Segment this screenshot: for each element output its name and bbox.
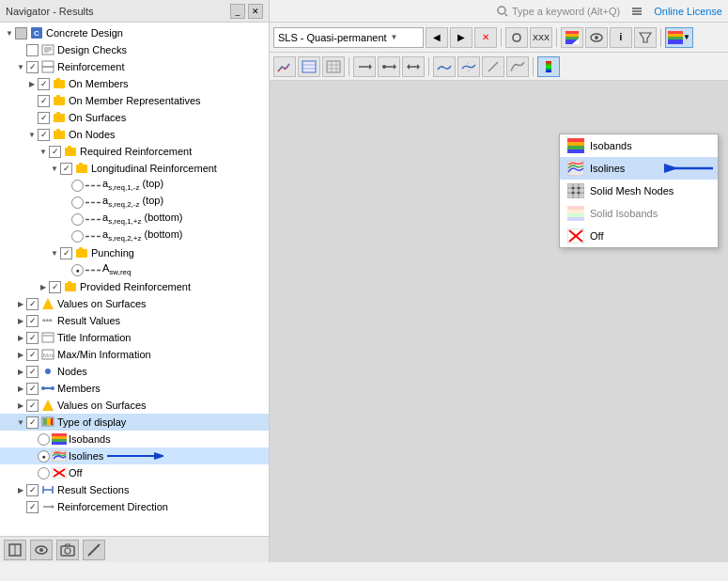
- check-provided-reinf[interactable]: [49, 281, 61, 293]
- tree-item-asw-req[interactable]: Asw,req: [0, 261, 269, 278]
- view-btn[interactable]: [4, 540, 26, 560]
- line-btn[interactable]: [83, 540, 105, 560]
- chain-btn[interactable]: [505, 27, 528, 48]
- tree-item-members[interactable]: Members: [0, 380, 269, 397]
- eye-btn[interactable]: [30, 540, 53, 560]
- filter-btn[interactable]: [634, 27, 657, 48]
- radio-as-req-1-bot[interactable]: [71, 213, 84, 226]
- tree-item-result-sections[interactable]: Result Sections: [0, 481, 269, 498]
- tree-item-concrete-design[interactable]: C Concrete Design: [0, 24, 269, 41]
- check-concrete-design[interactable]: [15, 27, 27, 39]
- check-type-of-display[interactable]: [26, 416, 39, 429]
- check-on-member-reps[interactable]: [38, 95, 50, 107]
- radio-isolines[interactable]: [38, 450, 50, 463]
- iso-btn2[interactable]: [457, 56, 480, 77]
- popup-item-solid-mesh[interactable]: Solid Mesh Nodes: [560, 180, 718, 202]
- arrow-btn1[interactable]: [353, 56, 376, 77]
- check-result-values[interactable]: [26, 315, 39, 327]
- settings-icon[interactable]: [631, 6, 643, 17]
- tree-item-on-surfaces[interactable]: On Surfaces: [0, 109, 269, 126]
- tree-item-longitudinal[interactable]: Longitudinal Reinforcement: [0, 160, 269, 177]
- tree-item-as-req-2-top[interactable]: as,req,2,-z (top): [0, 194, 269, 211]
- check-required-reinf[interactable]: [49, 146, 61, 158]
- online-license-label[interactable]: Online License: [654, 6, 722, 17]
- expand-on-nodes[interactable]: [26, 129, 38, 140]
- radio-as-req-2-bot[interactable]: [71, 230, 84, 243]
- expand-values-surfaces-1[interactable]: [15, 298, 26, 309]
- check-design-checks[interactable]: [26, 44, 39, 56]
- tree-item-nodes[interactable]: Nodes: [0, 363, 269, 380]
- tree-item-required-reinf[interactable]: Required Reinforcement: [0, 143, 269, 160]
- surface-btn[interactable]: [298, 56, 320, 77]
- minimize-btn[interactable]: _: [230, 4, 245, 19]
- check-reinf-direction[interactable]: [26, 501, 39, 513]
- check-longitudinal[interactable]: [60, 163, 72, 175]
- tree-item-as-req-1-top[interactable]: as,req,1,-z (top): [0, 177, 269, 194]
- deform-btn[interactable]: [506, 56, 529, 77]
- popup-item-isobands[interactable]: Isobands: [560, 134, 718, 157]
- tree-item-on-members[interactable]: On Members: [0, 75, 269, 92]
- tree-item-on-nodes[interactable]: On Nodes: [0, 126, 269, 143]
- radio-as-req-2-top[interactable]: [71, 196, 84, 209]
- popup-item-solid-isobands[interactable]: Solid Isobands: [560, 202, 718, 225]
- iso-btn1[interactable]: [433, 56, 456, 77]
- info-btn[interactable]: i: [610, 27, 632, 48]
- iso-btn3[interactable]: [482, 56, 504, 77]
- check-nodes[interactable]: [26, 366, 39, 378]
- expand-punching[interactable]: [49, 247, 60, 259]
- radio-off[interactable]: [38, 467, 50, 479]
- chart-btn[interactable]: [273, 56, 296, 77]
- expand-maxmin-info[interactable]: [15, 349, 26, 360]
- check-maxmin-info[interactable]: [26, 349, 39, 361]
- expand-values-surfaces-2[interactable]: [15, 400, 26, 411]
- arrow-btn3[interactable]: [402, 56, 425, 77]
- check-values-surfaces-1[interactable]: [26, 298, 39, 310]
- tree-item-reinf-direction[interactable]: Reinforcement Direction: [0, 498, 269, 515]
- camera-btn[interactable]: [56, 540, 79, 560]
- nav-prev-btn[interactable]: ◀: [426, 27, 448, 48]
- expand-required-reinf[interactable]: [38, 146, 49, 157]
- expand-result-sections[interactable]: [15, 484, 26, 495]
- tree-item-type-of-display[interactable]: Type of display: [0, 414, 269, 431]
- arrow-btn2[interactable]: [378, 56, 400, 77]
- check-on-surfaces[interactable]: [38, 112, 50, 124]
- check-on-nodes[interactable]: [38, 129, 50, 141]
- tree-item-maxmin-info[interactable]: M/m Max/Min Information: [0, 346, 269, 363]
- search-area[interactable]: Type a keyword (Alt+Q): [497, 6, 620, 17]
- colormap-btn[interactable]: [561, 27, 583, 48]
- tree-item-reinforcement[interactable]: Reinforcement: [0, 58, 269, 75]
- radio-isobands[interactable]: [38, 433, 50, 446]
- radio-as-req-1-top[interactable]: [71, 180, 84, 192]
- tree-item-values-surfaces-1[interactable]: Values on Surfaces: [0, 295, 269, 312]
- check-members[interactable]: [26, 383, 39, 395]
- expand-on-members[interactable]: [26, 78, 38, 89]
- expand-longitudinal[interactable]: [49, 163, 60, 174]
- tree-item-isolines-radio[interactable]: Isolines: [0, 448, 269, 464]
- check-result-sections[interactable]: [26, 484, 39, 496]
- expand-nodes[interactable]: [15, 366, 26, 377]
- expand-result-values[interactable]: [15, 315, 26, 326]
- check-punching[interactable]: [60, 247, 72, 259]
- eye-toolbar-btn[interactable]: [585, 27, 608, 48]
- tree-item-off-radio[interactable]: Off: [0, 464, 269, 481]
- tree-item-isobands-radio[interactable]: Isobands: [0, 431, 269, 448]
- popup-item-isolines[interactable]: Isolines: [560, 157, 718, 180]
- check-reinforcement[interactable]: [26, 61, 39, 73]
- tree-item-values-surfaces-2[interactable]: Values on Surfaces: [0, 397, 269, 414]
- xxx-btn[interactable]: XXX: [530, 27, 552, 48]
- radio-asw-req[interactable]: [71, 264, 84, 276]
- stop-btn[interactable]: ✕: [474, 27, 497, 48]
- expand-provided-reinf[interactable]: [38, 281, 49, 292]
- color-scale-btn[interactable]: [537, 56, 560, 77]
- check-on-members[interactable]: [38, 78, 50, 90]
- expand-members[interactable]: [15, 383, 26, 394]
- grid-btn[interactable]: [322, 56, 345, 77]
- popup-item-off[interactable]: Off: [560, 225, 718, 247]
- check-values-surfaces-2[interactable]: [26, 400, 39, 412]
- nav-next-btn[interactable]: ▶: [450, 27, 472, 48]
- tree-item-as-req-1-bot[interactable]: as,req,1,+z (bottom): [0, 211, 269, 228]
- expand-title-info[interactable]: [15, 332, 26, 343]
- expand-reinforcement[interactable]: [15, 61, 26, 72]
- expand-concrete-design[interactable]: [4, 27, 15, 39]
- expand-type-of-display[interactable]: [15, 416, 26, 428]
